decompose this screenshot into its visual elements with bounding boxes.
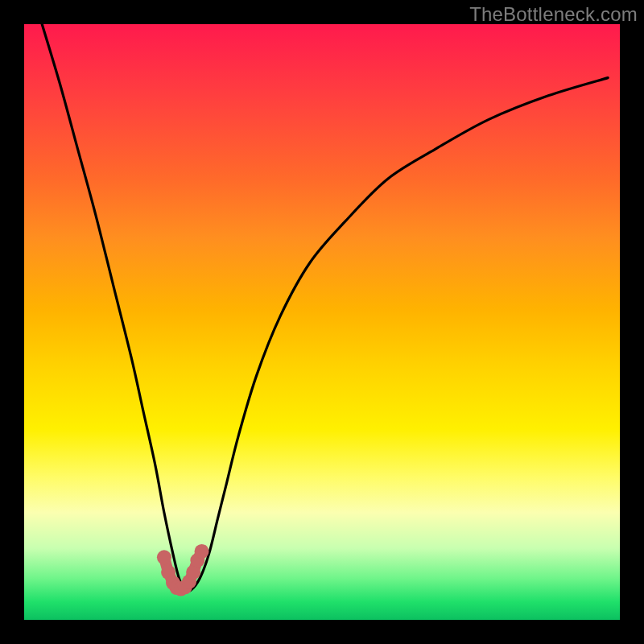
optimal-marker-dot xyxy=(157,550,171,564)
optimal-marker-dot xyxy=(195,544,209,559)
watermark-text: TheBottleneck.com xyxy=(469,3,638,26)
chart-frame: TheBottleneck.com xyxy=(0,0,644,644)
plot-area xyxy=(24,24,620,620)
chart-svg xyxy=(24,24,620,620)
bottleneck-curve-path xyxy=(42,24,608,592)
optimal-marker-dots xyxy=(157,544,209,597)
